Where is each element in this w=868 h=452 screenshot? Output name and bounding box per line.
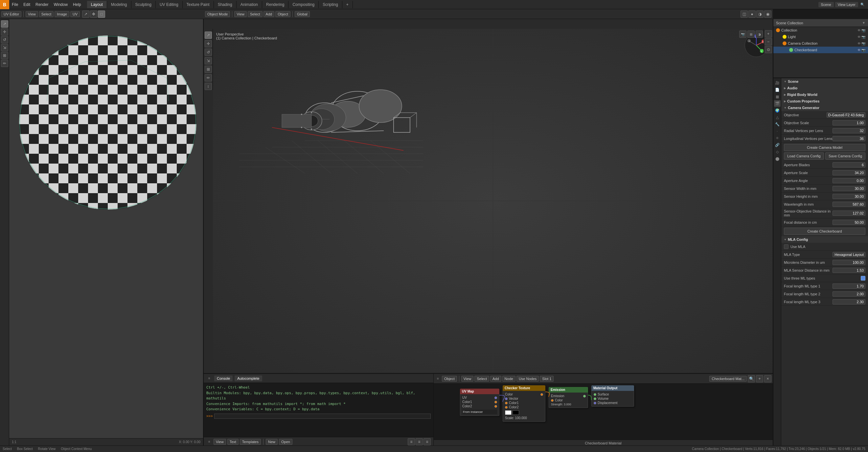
tab-uv-editing[interactable]: UV Editing (156, 1, 183, 8)
script-templates-btn[interactable]: Templates (240, 439, 261, 445)
swatch-black[interactable] (513, 410, 519, 415)
uv-select-menu[interactable]: Select (39, 11, 54, 17)
vp-transform[interactable]: Global (295, 11, 310, 17)
tab-rendering[interactable]: Rendering (262, 1, 288, 8)
output-tab[interactable]: 📄 (774, 87, 781, 93)
world-tab[interactable]: 🌍 (774, 107, 781, 114)
vp-object[interactable]: Object (275, 11, 290, 17)
vp-annotate2-btn[interactable]: ✏ (205, 74, 212, 82)
tab-compositing[interactable]: Compositing (288, 1, 319, 8)
swatch-white[interactable] (505, 410, 512, 415)
encoding-1[interactable]: ≡ (408, 438, 415, 445)
mla-type-value[interactable]: Hexagonal Layout (833, 252, 865, 257)
node-material-selector[interactable]: Checkerboard Mat... (709, 376, 747, 382)
long-verts-value[interactable]: 36 (833, 136, 865, 141)
physics-tab[interactable]: ⚛ (774, 135, 781, 141)
use-three-ml-checkbox[interactable] (861, 276, 865, 281)
sensor-obj-dist-value[interactable]: 127.02 (833, 211, 865, 216)
node-menu-icon[interactable]: ≡ (435, 376, 441, 382)
obj-scale-value[interactable]: 1.00 (833, 120, 865, 126)
status-select[interactable]: Select (3, 447, 12, 451)
cam-col-render[interactable]: 📷 (861, 42, 865, 45)
vp-overlay-icon[interactable]: ◑ (756, 31, 763, 38)
node-new-icon[interactable]: + (756, 375, 763, 382)
console-menu-icon[interactable]: ≡ (206, 376, 212, 381)
menu-edit[interactable]: Edit (21, 1, 33, 8)
vp-move-btn[interactable]: ✛ (205, 40, 212, 47)
encoding-2[interactable]: ≡ (415, 438, 423, 445)
uv-uv-menu[interactable]: UV (70, 11, 80, 17)
node-canvas[interactable]: UV Map UV Color1 (434, 384, 773, 440)
menu-render[interactable]: Render (33, 1, 51, 8)
status-box-select[interactable]: Box Select (17, 447, 33, 451)
create-checkerboard-btn[interactable]: Create Checkerboard (784, 228, 865, 235)
scene-tab[interactable]: 🎬 (774, 100, 781, 107)
node-slot[interactable]: Slot 1 (540, 376, 554, 382)
vp-zoom-in[interactable]: + (765, 30, 772, 37)
rigidbody-section-header[interactable]: Rigid Body World (781, 91, 868, 98)
node-emission[interactable]: Emission Emission Color (549, 387, 588, 408)
outliner-filter-icon[interactable]: ▼ (862, 21, 865, 25)
uv-grab-btn[interactable]: ✛ (1, 28, 8, 35)
node-checker-texture[interactable]: Checker Texture Color Vector (503, 385, 546, 422)
vis-eye[interactable]: 👁 (858, 29, 861, 32)
vp-shading-wire[interactable]: ◫ (741, 10, 748, 18)
menu-window[interactable]: Window (51, 1, 70, 8)
microlens-diam-value[interactable]: 100.00 (833, 260, 865, 265)
radial-verts-value[interactable]: 32 (833, 128, 865, 133)
console-input[interactable] (214, 414, 431, 419)
vp-cursor-btn[interactable]: ↗ (205, 32, 212, 39)
fl-ml3-value[interactable]: 2.30 (833, 299, 865, 304)
uv-annotate-btn[interactable]: ✏ (1, 60, 8, 67)
outliner-item-camera-collection[interactable]: Camera Collection 👁 📷 (773, 40, 868, 46)
uv-view-menu[interactable]: View (26, 11, 38, 17)
sensor-width-value[interactable]: 30.00 (833, 186, 865, 191)
object-tab[interactable]: △ (774, 114, 781, 121)
sensor-height-value[interactable]: 30.00 (833, 194, 865, 199)
focal-dist-value[interactable]: 50.00 (833, 220, 865, 225)
autocomplete-tab[interactable]: Autocomplete (235, 376, 262, 381)
vp-zoom-fit[interactable]: ⊙ (765, 46, 772, 53)
search-icon[interactable]: 🔍 (860, 2, 865, 7)
render-tab[interactable]: 🎥 (774, 79, 781, 86)
aperture-scale-value[interactable]: 34.20 (833, 170, 865, 175)
uv-transform-btn[interactable]: ⊞ (1, 52, 8, 59)
node-node-btn[interactable]: Node (502, 376, 516, 382)
node-close-icon[interactable]: × (764, 375, 771, 382)
tab-texture-paint[interactable]: Texture Paint (183, 1, 214, 8)
tab-layout[interactable]: Layout (87, 1, 107, 8)
tab-add[interactable]: + (342, 1, 353, 8)
load-camera-config-btn[interactable]: Load Camera Config (784, 153, 824, 160)
menu-file[interactable]: File (9, 1, 21, 8)
tab-shading[interactable]: Shading (214, 1, 237, 8)
constraints-tab[interactable]: 🔗 (774, 141, 781, 148)
node-object-type[interactable]: Object (442, 376, 457, 382)
vp-shading-render[interactable]: ◉ (764, 10, 771, 18)
status-context-menu[interactable]: Object Context Menu (61, 447, 92, 451)
cam-col-eye[interactable]: 👁 (858, 42, 861, 45)
vp-measure-btn[interactable]: ↕ (205, 83, 212, 90)
vp-view[interactable]: View (234, 11, 247, 17)
uv-image-menu[interactable]: Image (55, 11, 69, 17)
aperture-blades-value[interactable]: 6 (833, 162, 865, 167)
use-mla-checkbox[interactable] (784, 245, 788, 249)
vp-zoom-out[interactable]: − (765, 38, 772, 45)
wavelength-value[interactable]: 587.60 (833, 202, 865, 207)
node-material-output[interactable]: Material Output Surface Volume (591, 385, 634, 407)
node-browse-icon[interactable]: 🔍 (748, 375, 755, 382)
node-use-nodes[interactable]: Use Nodes (517, 376, 539, 382)
uv-grab-tool[interactable]: ✥ (90, 10, 97, 18)
camera-gen-section-header[interactable]: Camera Generator (781, 104, 868, 111)
tab-animation[interactable]: Animation (237, 1, 262, 8)
particles-tab[interactable]: · (774, 128, 781, 134)
node-view-btn[interactable]: View (461, 376, 474, 382)
vp-scale-btn[interactable]: ⇲ (205, 57, 212, 64)
vp-camera-icon[interactable]: 📷 (739, 31, 746, 38)
vp-grid-icon[interactable]: ⊞ (747, 31, 755, 38)
scene-selector[interactable]: Scene (818, 2, 834, 7)
node-add-btn[interactable]: Add (490, 376, 501, 382)
tab-scripting[interactable]: Scripting (319, 1, 342, 8)
node-uv-map[interactable]: UV Map UV Color1 (460, 389, 499, 416)
script-new-btn[interactable]: New (266, 439, 278, 445)
viewport-scene[interactable]: User Perspective (1) Camera Collection |… (213, 29, 773, 373)
